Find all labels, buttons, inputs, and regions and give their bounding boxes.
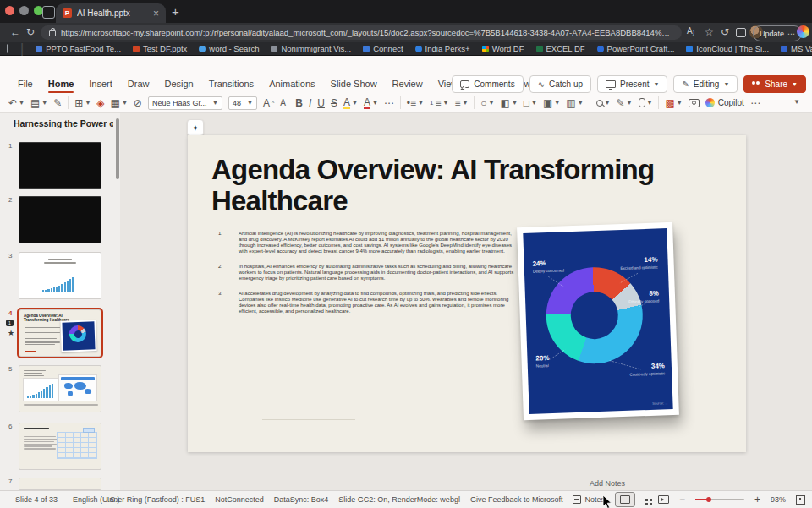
bookmark-item[interactable]: Nonimmigrant Vis... bbox=[271, 44, 351, 53]
numbering-button[interactable]: 1≡▼ bbox=[430, 97, 448, 109]
history-icon[interactable]: ↺ bbox=[721, 26, 729, 38]
notes-toggle[interactable]: Notes bbox=[573, 495, 605, 504]
bookmark-item[interactable]: India Perks+ bbox=[415, 44, 470, 53]
shape-fill-button[interactable]: ◧▼ bbox=[501, 97, 518, 109]
catch-up-button[interactable]: ∿Catch up bbox=[529, 75, 591, 93]
format-painter-button[interactable]: ✎ bbox=[53, 97, 62, 109]
tab-preview-icon[interactable] bbox=[42, 6, 55, 19]
add-notes-label[interactable]: Add Notes bbox=[590, 479, 625, 488]
slide-sorter-view-icon[interactable] bbox=[645, 499, 648, 501]
designer-button[interactable]: ◈ bbox=[96, 97, 104, 109]
font-size-select[interactable]: 48▼ bbox=[228, 96, 257, 110]
more-font-options-icon[interactable]: ⋯ bbox=[384, 97, 394, 109]
bookmark-item[interactable]: Word DF bbox=[482, 44, 524, 53]
address-bar[interactable]: https://microsoftapc-my.sharepoint.com/:… bbox=[41, 25, 682, 40]
zoom-out-button[interactable]: − bbox=[679, 494, 685, 505]
menu-insert[interactable]: Insert bbox=[81, 76, 120, 91]
panel-scrollbar[interactable] bbox=[116, 118, 119, 179]
menu-review[interactable]: Review bbox=[385, 76, 431, 91]
dictate-mic-button[interactable]: ▼ bbox=[639, 98, 653, 107]
donut-chart-card[interactable]: 24% Deeply concerned 14% Excited and opt… bbox=[517, 222, 679, 420]
shape-outline-button[interactable]: □▼ bbox=[524, 97, 537, 109]
zoom-slider[interactable] bbox=[695, 499, 744, 500]
shapes-button[interactable]: ○▼ bbox=[480, 97, 494, 109]
ink-pen-button[interactable]: ✎▼ bbox=[617, 97, 633, 109]
edge-copilot-icon[interactable] bbox=[797, 25, 809, 38]
slide-body-list[interactable]: 1. Artificial Intelligence (AI) is revol… bbox=[218, 231, 519, 323]
share-button[interactable]: Share▼ bbox=[743, 75, 806, 93]
bookmark-item[interactable]: EXCEL DF bbox=[536, 44, 585, 53]
arrange-button[interactable]: ▣▼ bbox=[543, 97, 560, 109]
screenshot-button[interactable] bbox=[689, 99, 700, 107]
slide-thumbnail-1[interactable] bbox=[19, 142, 102, 189]
tab-close-icon[interactable]: × bbox=[153, 8, 159, 19]
paste-button[interactable]: ▤▼ bbox=[30, 97, 47, 109]
present-button[interactable]: Present▼ bbox=[597, 75, 667, 93]
bookmark-item[interactable]: IconCloud | The Si... bbox=[686, 44, 769, 53]
layout-button[interactable]: ▦▼ bbox=[111, 97, 128, 109]
menu-transitions[interactable]: Transitions bbox=[201, 76, 261, 91]
fit-to-window-icon[interactable] bbox=[796, 495, 805, 505]
window-close-button[interactable] bbox=[5, 6, 14, 15]
find-button[interactable]: ▼ bbox=[596, 100, 611, 107]
slide-thumbnail-4-selected[interactable]: Agenda Overview: AI Transforming Healthc… bbox=[19, 309, 102, 357]
highlight-color-button[interactable]: A▼ bbox=[343, 97, 358, 109]
editing-mode-button[interactable]: ✎Editing▼ bbox=[673, 75, 738, 93]
strikethrough-button[interactable]: S bbox=[331, 97, 337, 109]
zoom-in-button[interactable]: + bbox=[754, 494, 760, 505]
menu-slide-show[interactable]: Slide Show bbox=[323, 76, 385, 91]
font-name-select[interactable]: Neue Haas Gr...▼ bbox=[148, 96, 222, 110]
designer-pane-button[interactable]: ▩▼ bbox=[665, 97, 682, 109]
new-slide-button[interactable]: ⊞▼ bbox=[74, 97, 91, 109]
slideshow-view-icon[interactable] bbox=[658, 495, 669, 504]
underline-button[interactable]: U bbox=[317, 97, 325, 109]
menu-draw[interactable]: Draw bbox=[120, 76, 157, 91]
menu-animations[interactable]: Animations bbox=[261, 76, 322, 91]
font-color-button[interactable]: A▼ bbox=[364, 97, 378, 109]
designer-sparkle-button[interactable]: ✦ bbox=[187, 119, 204, 136]
bookmark-item[interactable]: PowerPoint Craft... bbox=[597, 44, 675, 53]
bookmark-item[interactable]: PPTO FastFood Te... bbox=[36, 44, 121, 53]
back-icon[interactable]: ← bbox=[10, 26, 20, 38]
slide-editor[interactable]: Agenda Overview: AI Transforming Healthc… bbox=[188, 135, 746, 452]
bookmark-item[interactable]: Test DF.pptx bbox=[133, 44, 187, 53]
slide-counter[interactable]: Slide 4 of 33 bbox=[15, 495, 58, 504]
undo-button[interactable]: ↶▼ bbox=[8, 97, 25, 109]
bookmark-item[interactable]: MS Vacation - Ho... bbox=[781, 44, 812, 53]
slide-thumbnail-5[interactable] bbox=[19, 365, 102, 412]
browser-tab[interactable]: P AI Health.pptx × bbox=[56, 3, 166, 23]
refresh-icon[interactable]: ↻ bbox=[26, 26, 35, 38]
slide-comment-badge[interactable]: 1 bbox=[6, 320, 14, 326]
favorites-star-icon[interactable]: ☆ bbox=[705, 26, 714, 38]
menu-home[interactable]: Home bbox=[41, 76, 82, 91]
hide-slide-button[interactable]: ⊘ bbox=[134, 97, 142, 109]
slide-title[interactable]: Agenda Overview: AI Transforming Healthc… bbox=[211, 154, 702, 217]
menu-design[interactable]: Design bbox=[156, 76, 200, 91]
zoom-slider-knob[interactable] bbox=[706, 497, 711, 502]
bookmark-item[interactable]: Connect bbox=[363, 44, 403, 53]
bookmark-item[interactable]: word - Search bbox=[199, 44, 259, 53]
copilot-button[interactable]: Copilot bbox=[705, 98, 744, 107]
grow-font-button[interactable]: A^ bbox=[263, 97, 274, 109]
bullets-button[interactable]: •≡▼ bbox=[407, 97, 424, 109]
normal-view-button[interactable] bbox=[615, 492, 635, 507]
new-tab-button[interactable]: + bbox=[172, 4, 179, 19]
ribbon-overflow-icon[interactable]: ⋯ bbox=[750, 97, 760, 109]
merge-shapes-button[interactable]: ▥▼ bbox=[566, 97, 583, 109]
comments-button[interactable]: Comments bbox=[452, 75, 523, 93]
slide-thumbnail-2[interactable] bbox=[19, 196, 102, 243]
browser-sidebar-icon[interactable] bbox=[7, 44, 8, 53]
zoom-level[interactable]: 93% bbox=[771, 495, 786, 504]
bold-button[interactable]: B bbox=[295, 97, 303, 109]
slide-thumbnail-7[interactable] bbox=[19, 478, 102, 490]
read-aloud-icon[interactable]: A) bbox=[687, 26, 694, 36]
slide-thumbnail-6[interactable] bbox=[19, 423, 102, 470]
collections-icon[interactable] bbox=[736, 28, 746, 37]
shrink-font-button[interactable]: Aˇ bbox=[280, 98, 289, 107]
browser-update-button[interactable]: Update ⋯ bbox=[753, 25, 802, 41]
italic-button[interactable]: I bbox=[309, 97, 311, 109]
window-minimize-button[interactable] bbox=[19, 6, 29, 15]
more-menu-icon[interactable]: ⋯ bbox=[787, 30, 795, 38]
ribbon-collapse-icon[interactable]: ▼ bbox=[793, 98, 800, 106]
menu-file[interactable]: File bbox=[10, 76, 41, 91]
